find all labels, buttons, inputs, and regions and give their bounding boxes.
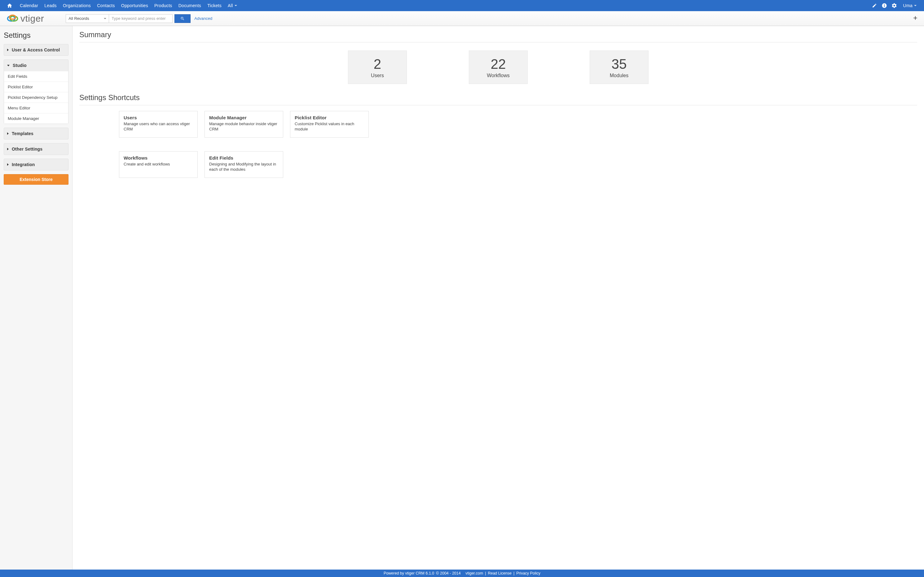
sidegroup-header-studio[interactable]: Studio [4, 60, 68, 71]
sidegroup-title: Studio [13, 63, 27, 68]
shortcut-title: Picklist Editor [295, 115, 364, 120]
sidegroup-title: Other Settings [12, 147, 42, 152]
sidegroup-title: Integration [12, 162, 35, 167]
logo-icon [6, 12, 20, 25]
nav-item-all-label: All [228, 3, 233, 8]
divider [79, 42, 917, 42]
stat-card-modules[interactable]: 35 Modules [590, 50, 649, 84]
svg-point-1 [884, 4, 884, 5]
footer: Powered by vtiger CRM 6.1.0 © 2004 - 201… [0, 570, 924, 577]
secondary-bar: vtiger All Records Advanced [0, 11, 924, 26]
sidegroup-header-integration[interactable]: Integration [4, 159, 68, 170]
advanced-search-link[interactable]: Advanced [194, 16, 212, 21]
nav-item-contacts[interactable]: Contacts [94, 0, 118, 11]
footer-privacy-link[interactable]: Privacy Policy [516, 571, 540, 575]
chevron-down-icon [7, 65, 10, 66]
footer-license-link[interactable]: Read License [488, 571, 511, 575]
stat-label: Users [371, 73, 384, 78]
shortcut-desc: Manage module behavior inside vtiger CRM [209, 121, 278, 132]
plus-icon [912, 15, 918, 21]
stat-number: 22 [491, 56, 506, 73]
logo[interactable]: vtiger [6, 12, 44, 25]
user-menu[interactable]: Uma [901, 0, 918, 11]
shortcut-title: Workflows [124, 155, 193, 161]
sidegroup-header-other-settings[interactable]: Other Settings [4, 143, 68, 155]
side-item-edit-fields[interactable]: Edit Fields [4, 71, 68, 82]
nav-item-leads[interactable]: Leads [41, 0, 60, 11]
nav-item-products[interactable]: Products [151, 0, 175, 11]
extension-store-button[interactable]: Extension Store [4, 174, 68, 185]
svg-rect-2 [884, 5, 884, 7]
search-button[interactable] [174, 14, 191, 23]
chevron-down-icon [235, 5, 237, 6]
separator: | [485, 571, 486, 575]
nav-item-all[interactable]: All [225, 0, 240, 11]
shortcut-desc: Customize Picklist values in each module [295, 121, 364, 132]
stat-number: 2 [374, 56, 381, 73]
shortcut-desc: Designing and Modifying the layout in ea… [209, 162, 278, 172]
info-icon[interactable] [881, 2, 888, 9]
search-scope-value: All Records [68, 16, 89, 21]
footer-site-link[interactable]: vtiger.com [465, 571, 483, 575]
stat-card-workflows[interactable]: 22 Workflows [469, 50, 528, 84]
shortcut-title: Module Manager [209, 115, 278, 120]
user-name: Uma [903, 3, 913, 8]
chevron-down-icon [104, 18, 106, 19]
nav-item-calendar[interactable]: Calendar [17, 0, 41, 11]
gear-icon[interactable] [891, 2, 898, 9]
side-item-picklist-editor[interactable]: Picklist Editor [4, 82, 68, 92]
shortcut-desc: Create and edit workflows [124, 162, 193, 167]
search-scope-select[interactable]: All Records [66, 14, 109, 23]
nav-item-organizations[interactable]: Organizations [60, 0, 94, 11]
footer-copyright: © 2004 - 2014 [436, 571, 460, 575]
shortcuts-heading: Settings Shortcuts [79, 93, 917, 102]
sidegroup-user-access: User & Access Control [4, 44, 68, 56]
stat-label: Modules [610, 73, 628, 78]
stats-row: 2 Users 22 Workflows 35 Modules [79, 50, 917, 84]
topnav-right: Uma [871, 0, 918, 11]
content-area: Summary 2 Users 22 Workflows 35 Modules … [72, 26, 924, 570]
add-button[interactable] [912, 15, 918, 22]
shortcut-edit-fields[interactable]: Edit Fields Designing and Modifying the … [204, 151, 283, 178]
summary-heading: Summary [79, 31, 917, 39]
nav-item-documents[interactable]: Documents [175, 0, 204, 11]
nav-item-tickets[interactable]: Tickets [204, 0, 225, 11]
sidegroup-header-user-access[interactable]: User & Access Control [4, 44, 68, 55]
nav-item-opportunities[interactable]: Opportunities [118, 0, 151, 11]
shortcut-title: Edit Fields [209, 155, 278, 161]
shortcut-module-manager[interactable]: Module Manager Manage module behavior in… [204, 111, 283, 138]
shortcuts-grid: Users Manage users who can access vtiger… [119, 111, 917, 178]
sidebar-title: Settings [4, 31, 68, 40]
edit-icon[interactable] [871, 2, 878, 9]
shortcut-desc: Manage users who can access vtiger CRM [124, 121, 193, 132]
chevron-right-icon [7, 163, 9, 166]
sidegroup-other-settings: Other Settings [4, 143, 68, 155]
chevron-right-icon [7, 132, 9, 135]
side-item-picklist-dependency[interactable]: Picklist Dependency Setup [4, 92, 68, 103]
stat-label: Workflows [487, 73, 510, 78]
separator: | [514, 571, 514, 575]
shortcut-title: Users [124, 115, 193, 120]
search-bar: All Records Advanced [66, 14, 212, 23]
chevron-down-icon [914, 5, 917, 6]
sidegroup-integration: Integration [4, 159, 68, 171]
sidegroup-items-studio: Edit Fields Picklist Editor Picklist Dep… [4, 71, 68, 124]
search-icon [180, 16, 185, 21]
stat-number: 35 [612, 56, 627, 73]
chevron-right-icon [7, 48, 9, 51]
side-item-menu-editor[interactable]: Menu Editor [4, 103, 68, 113]
search-input[interactable] [109, 14, 172, 23]
stat-card-users[interactable]: 2 Users [348, 50, 407, 84]
topnav-left: Calendar Leads Organizations Contacts Op… [6, 0, 240, 11]
chevron-right-icon [7, 148, 9, 150]
shortcut-picklist-editor[interactable]: Picklist Editor Customize Picklist value… [290, 111, 369, 138]
topnav-bar: Calendar Leads Organizations Contacts Op… [0, 0, 924, 11]
sidegroup-studio: Studio Edit Fields Picklist Editor Pickl… [4, 60, 68, 124]
home-icon[interactable] [6, 0, 17, 11]
settings-sidebar: Settings User & Access Control Studio Ed… [0, 26, 72, 570]
shortcut-users[interactable]: Users Manage users who can access vtiger… [119, 111, 198, 138]
side-item-module-manager[interactable]: Module Manager [4, 113, 68, 124]
sidegroup-title: User & Access Control [12, 47, 60, 52]
sidegroup-header-templates[interactable]: Templates [4, 128, 68, 139]
shortcut-workflows[interactable]: Workflows Create and edit workflows [119, 151, 198, 178]
